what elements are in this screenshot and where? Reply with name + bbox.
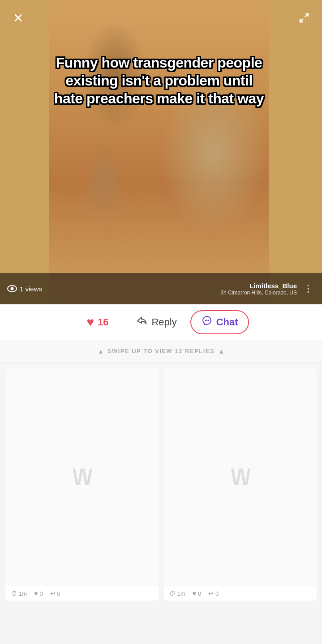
clock-icon: ⏱ [11,590,17,597]
chat-icon [201,316,213,329]
svg-point-3 [11,287,14,290]
duration-value: 1m [177,590,185,597]
side-panel-left [0,0,49,304]
expand-button[interactable] [295,9,313,27]
more-options-button[interactable]: ⋮ [301,283,315,294]
close-button[interactable]: ✕ [9,9,27,27]
eye-icon [7,285,17,292]
svg-point-7 [208,320,209,321]
clock-icon: ⏱ [169,590,176,597]
action-bar: ♥ 16 Reply Chat [0,304,322,340]
reply-small-icon: ↩ [50,590,56,597]
swipe-bar[interactable]: ▲ SWIPE UP TO VIEW 12 REPLIES ▲ [0,340,322,363]
reply-action[interactable]: Reply [122,304,190,340]
app-logo-watermark: \/\/ [73,465,91,489]
svg-point-5 [205,320,206,321]
replies-stat: ↩ 0 [50,590,60,597]
duration-value: 1m [19,590,27,597]
post-container: Funny how transgender people existing is… [0,0,322,304]
replies-value: 0 [57,590,60,597]
likes-stat: ♥ 0 [193,590,202,597]
duration-stat: ⏱ 1m [11,590,27,597]
reply-card-footer: ⏱ 1m ♥ 0 ↩ 0 [164,586,317,601]
likes-value: 0 [39,590,43,597]
post-image: Funny how transgender people existing is… [49,0,269,304]
replies-value: 0 [215,590,219,597]
reply-card[interactable]: \/\/ ⏱ 1m ♥ 0 ↩ 0 [5,368,159,601]
heart-small-icon: ♥ [193,590,196,597]
reply-small-icon: ↩ [208,590,214,597]
post-bottom-bar: 1 views Limitless_Blue 3h Cimarron Hills… [0,273,322,304]
views-count: 1 views [20,285,42,293]
post-text: Funny how transgender people existing is… [54,54,264,107]
chat-bubble-icon [201,316,213,326]
chevron-up-icon-left: ▲ [98,348,104,355]
reply-icon [135,316,148,329]
heart-small-icon: ♥ [34,590,38,597]
reply-card-content: \/\/ [164,368,317,586]
location: 3h Cimarron Hills, Colorado, US [220,290,297,296]
duration-stat: ⏱ 1m [169,590,185,597]
reply-card-footer: ⏱ 1m ♥ 0 ↩ 0 [5,586,159,601]
reply-card[interactable]: \/\/ ⏱ 1m ♥ 0 ↩ 0 [164,368,317,601]
reply-card-content: \/\/ [5,368,159,586]
chat-button[interactable]: Chat [190,310,249,334]
app-logo-watermark: \/\/ [231,465,249,489]
heart-icon: ♥ [86,315,94,329]
side-panel-right [269,0,322,304]
likes-value: 0 [198,590,201,597]
replies-stat: ↩ 0 [208,590,219,597]
likes-stat: ♥ 0 [34,590,43,597]
like-count: 16 [98,316,108,328]
username-location: Limitless_Blue 3h Cimarron Hills, Colora… [220,282,297,296]
chat-label: Chat [216,316,238,328]
swipe-text: SWIPE UP TO VIEW 12 REPLIES [107,348,215,354]
reply-label: Reply [151,316,176,328]
replies-grid: \/\/ ⏱ 1m ♥ 0 ↩ 0 \/\/ ⏱ 1m [0,363,322,606]
username: Limitless_Blue [220,282,297,290]
views-section: 1 views [7,285,42,293]
svg-point-6 [206,320,207,321]
person-background [49,0,269,304]
chevron-up-icon-right: ▲ [218,348,224,355]
like-action[interactable]: ♥ 16 [73,304,122,340]
